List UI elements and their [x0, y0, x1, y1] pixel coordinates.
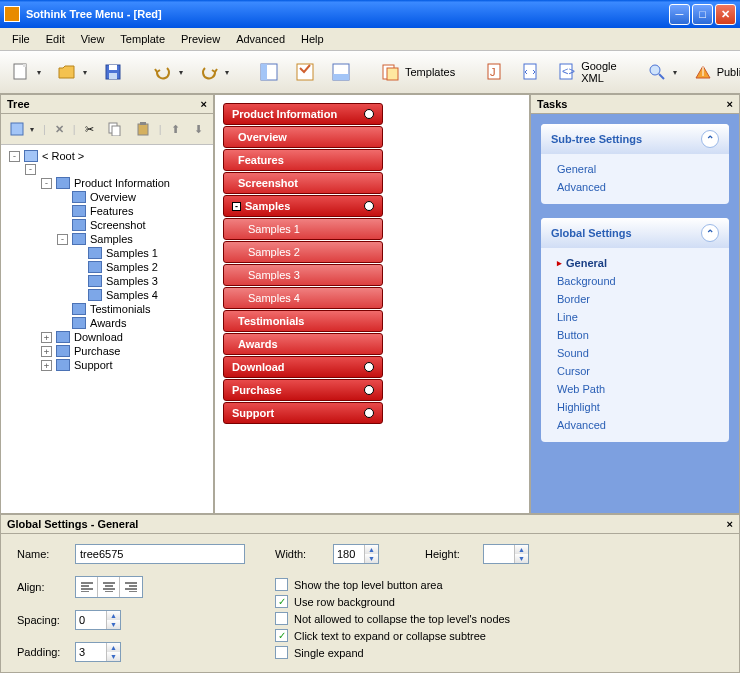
task-link[interactable]: Cursor: [553, 362, 717, 380]
height-input[interactable]: [484, 545, 514, 563]
tree-node[interactable]: +Download: [5, 330, 209, 344]
align-left-button[interactable]: [76, 577, 98, 597]
spin-up-button[interactable]: ▲: [514, 545, 528, 554]
tree-node[interactable]: -< Root >: [5, 149, 209, 163]
tree-label[interactable]: Purchase: [74, 345, 120, 357]
tree-label[interactable]: Testimonials: [90, 303, 151, 315]
width-input[interactable]: [334, 545, 364, 563]
collapse-icon[interactable]: -: [57, 234, 68, 245]
height-spinner[interactable]: ▲▼: [483, 544, 529, 564]
redo-button[interactable]: ▾: [194, 57, 234, 87]
checkbox[interactable]: ✓: [275, 595, 288, 608]
maximize-button[interactable]: □: [692, 4, 713, 25]
tree-node[interactable]: +Support: [5, 358, 209, 372]
tree-node[interactable]: -Product Information: [5, 176, 209, 190]
move-up-button[interactable]: ⬆: [166, 118, 185, 141]
tree-label[interactable]: Samples 1: [106, 247, 158, 259]
undo-button[interactable]: ▾: [148, 57, 188, 87]
panel-close-button[interactable]: ×: [727, 98, 733, 110]
checkbox[interactable]: ✓: [275, 629, 288, 642]
minimize-button[interactable]: ─: [669, 4, 690, 25]
task-link[interactable]: Button: [553, 326, 717, 344]
collapse-icon[interactable]: -: [9, 151, 20, 162]
tree-body[interactable]: -< Root >--Product InformationOverviewFe…: [1, 145, 213, 513]
width-spinner[interactable]: ▲▼: [333, 544, 379, 564]
task-group-header[interactable]: Global Settings⌃: [541, 218, 729, 248]
spin-down-button[interactable]: ▼: [106, 620, 120, 629]
tree-node[interactable]: +Purchase: [5, 344, 209, 358]
templates-button[interactable]: Templates: [376, 57, 460, 87]
tree-node[interactable]: Awards: [5, 316, 209, 330]
name-input[interactable]: [75, 544, 245, 564]
preview-item[interactable]: Support: [223, 402, 383, 424]
tree-label[interactable]: Download: [74, 331, 123, 343]
tree-label[interactable]: Screenshot: [90, 219, 146, 231]
tree-view-button[interactable]: ▾: [5, 117, 39, 141]
tree-label[interactable]: Awards: [90, 317, 126, 329]
preview-item[interactable]: Download: [223, 356, 383, 378]
chevron-up-icon[interactable]: ⌃: [701, 224, 719, 242]
preview-item[interactable]: Testimonials: [223, 310, 383, 332]
task-link[interactable]: Sound: [553, 344, 717, 362]
align-right-button[interactable]: [120, 577, 142, 597]
checkbox[interactable]: [275, 612, 288, 625]
tree-label[interactable]: < Root >: [42, 150, 84, 162]
preview-item[interactable]: Features: [223, 149, 383, 171]
checkbox[interactable]: [275, 578, 288, 591]
tree-node[interactable]: Samples 2: [5, 260, 209, 274]
tree-label[interactable]: Features: [90, 205, 133, 217]
task-link[interactable]: General: [553, 254, 717, 272]
preview-item[interactable]: Samples 4: [223, 287, 383, 309]
spin-up-button[interactable]: ▲: [106, 643, 120, 652]
task-link[interactable]: Advanced: [553, 416, 717, 434]
menu-template[interactable]: Template: [112, 30, 173, 48]
tree-label[interactable]: Overview: [90, 191, 136, 203]
copy-button[interactable]: [103, 117, 127, 141]
toggle-tasks-button[interactable]: [290, 57, 320, 87]
spin-down-button[interactable]: ▼: [514, 554, 528, 563]
tree-label[interactable]: Samples 2: [106, 261, 158, 273]
cut-button[interactable]: ✂: [80, 118, 99, 141]
tree-node[interactable]: Features: [5, 204, 209, 218]
tree-node[interactable]: -: [5, 163, 209, 176]
menu-edit[interactable]: Edit: [38, 30, 73, 48]
toggle-settings-button[interactable]: [326, 57, 356, 87]
preview-item[interactable]: Screenshot: [223, 172, 383, 194]
preview-item[interactable]: Samples 2: [223, 241, 383, 263]
expand-icon[interactable]: +: [41, 346, 52, 357]
tree-label[interactable]: Support: [74, 359, 113, 371]
google-xml-button[interactable]: <>Google XML: [552, 55, 621, 89]
checkbox-label[interactable]: Click text to expand or collapse subtree: [294, 630, 486, 642]
checkbox-label[interactable]: Show the top level button area: [294, 579, 443, 591]
preview-item[interactable]: Awards: [223, 333, 383, 355]
tree-node[interactable]: Samples 3: [5, 274, 209, 288]
tree-node[interactable]: Samples 4: [5, 288, 209, 302]
menu-preview[interactable]: Preview: [173, 30, 228, 48]
preview-item[interactable]: Purchase: [223, 379, 383, 401]
panel-close-button[interactable]: ×: [201, 98, 207, 110]
save-button[interactable]: [98, 57, 128, 87]
menu-advanced[interactable]: Advanced: [228, 30, 293, 48]
spin-up-button[interactable]: ▲: [364, 545, 378, 554]
align-center-button[interactable]: [98, 577, 120, 597]
spin-up-button[interactable]: ▲: [106, 611, 120, 620]
chevron-up-icon[interactable]: ⌃: [701, 130, 719, 148]
preview-item[interactable]: Overview: [223, 126, 383, 148]
checkbox-label[interactable]: Single expand: [294, 647, 364, 659]
task-link[interactable]: Advanced: [553, 178, 717, 196]
expand-icon[interactable]: +: [41, 360, 52, 371]
padding-spinner[interactable]: ▲▼: [75, 642, 121, 662]
preview-item[interactable]: Samples 3: [223, 264, 383, 286]
publish-button[interactable]: Publish: [688, 57, 740, 87]
expand-icon[interactable]: +: [41, 332, 52, 343]
tree-node[interactable]: Screenshot: [5, 218, 209, 232]
task-link[interactable]: Border: [553, 290, 717, 308]
spin-down-button[interactable]: ▼: [106, 652, 120, 661]
collapse-icon[interactable]: -: [232, 202, 241, 211]
tree-label[interactable]: Samples 3: [106, 275, 158, 287]
toggle-tree-button[interactable]: [254, 57, 284, 87]
new-file-button[interactable]: ▾: [6, 57, 46, 87]
menu-file[interactable]: File: [4, 30, 38, 48]
spin-down-button[interactable]: ▼: [364, 554, 378, 563]
panel-close-button[interactable]: ×: [727, 518, 733, 530]
